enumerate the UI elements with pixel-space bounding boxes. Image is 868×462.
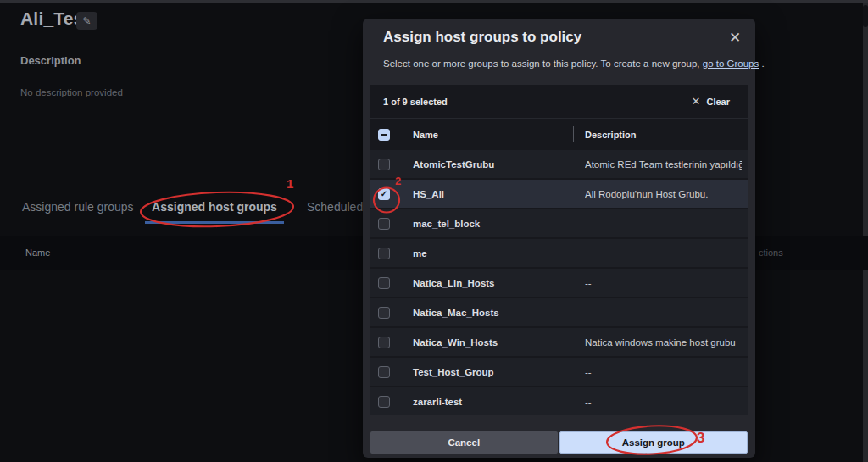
checkbox-unchecked-icon[interactable] — [378, 396, 390, 408]
dialog-subtitle: Select one or more groups to assign to t… — [383, 58, 765, 69]
group-description: Ali Rodoplu'nun Host Grubu. — [585, 189, 708, 199]
subtitle-text: Select one or more groups to assign to t… — [383, 58, 703, 69]
group-name: me — [413, 248, 427, 259]
tab-assigned-host-groups[interactable]: Assigned host groups — [145, 200, 284, 224]
background-name-column-header: Name — [25, 248, 50, 258]
group-row[interactable]: Test_Host_Group-- — [370, 358, 748, 386]
pencil-icon: ✎ — [82, 15, 91, 27]
group-description: -- — [585, 308, 592, 318]
assign-group-button[interactable]: Assign group — [559, 431, 748, 454]
group-name: mac_tel_block — [413, 219, 480, 229]
group-description: -- — [585, 219, 592, 229]
selection-bar: 1 of 9 selected ✕ Clear — [370, 85, 748, 119]
description-label: Description — [20, 54, 81, 67]
group-list: AtomicTestGrubuAtomic REd Team testlerin… — [370, 150, 748, 415]
policy-detail-page: Ali_Test ✎ Description No description pr… — [0, 0, 868, 462]
name-column-header: Name — [413, 130, 438, 140]
cancel-button[interactable]: Cancel — [370, 431, 558, 454]
checkbox-unchecked-icon[interactable] — [378, 218, 390, 230]
host-group-table: 1 of 9 selected ✕ Clear Name Description… — [370, 85, 748, 415]
tab-scheduled[interactable]: Scheduled — [307, 200, 363, 214]
group-name: Natica_Lin_Hosts — [413, 278, 495, 288]
close-icon[interactable]: ✕ — [726, 28, 744, 47]
checkbox-checked-icon[interactable]: ✓ — [378, 188, 390, 200]
assign-host-groups-dialog: Assign host groups to policy ✕ Select on… — [363, 19, 755, 458]
group-name: Natica_Mac_Hosts — [413, 308, 499, 318]
column-divider — [573, 126, 574, 142]
tab-assigned-rule-groups[interactable]: Assigned rule groups — [22, 200, 134, 214]
group-row[interactable]: Natica_Lin_Hosts-- — [370, 269, 748, 297]
checkbox-unchecked-icon[interactable] — [378, 337, 390, 348]
group-row[interactable]: me — [370, 239, 748, 267]
description-empty-text: No description provided — [20, 87, 123, 97]
scrollbar-thumb[interactable] — [863, 5, 868, 27]
group-row[interactable]: ✓HS_AliAli Rodoplu'nun Host Grubu. — [370, 180, 748, 208]
checkbox-unchecked-icon[interactable] — [378, 159, 390, 170]
select-all-checkbox-indeterminate[interactable] — [378, 129, 390, 141]
selection-count: 1 of 9 selected — [383, 97, 448, 107]
group-name: Test_Host_Group — [413, 367, 494, 377]
group-description: Natica windows makine host grubu — [585, 337, 736, 348]
checkbox-unchecked-icon[interactable] — [378, 307, 390, 319]
group-row[interactable]: Natica_Win_HostsNatica windows makine ho… — [370, 328, 748, 356]
checkbox-unchecked-icon[interactable] — [378, 277, 390, 289]
annotation-step-1: 1 — [287, 176, 293, 191]
group-name: zararli-test — [413, 397, 462, 407]
subtitle-suffix: . — [759, 58, 764, 69]
group-description: -- — [585, 367, 592, 377]
group-description: -- — [585, 278, 592, 288]
group-name: HS_Ali — [413, 189, 444, 199]
group-name: AtomicTestGrubu — [413, 159, 494, 170]
clear-label: Clear — [706, 97, 730, 107]
top-edge-strip — [0, 0, 868, 3]
group-row[interactable]: AtomicTestGrubuAtomic REd Team testlerin… — [370, 150, 748, 178]
group-row[interactable]: zararli-test-- — [370, 387, 748, 415]
description-column-header: Description — [585, 130, 637, 140]
clear-selection-button[interactable]: ✕ Clear — [692, 95, 730, 108]
group-row[interactable]: mac_tel_block-- — [370, 209, 748, 237]
actions-column-header-partial: ctions — [759, 248, 783, 258]
group-row[interactable]: Natica_Mac_Hosts-- — [370, 298, 748, 326]
indeterminate-mark — [381, 134, 387, 136]
group-description: Atomic REd Team testlerinin yapıldığı ..… — [585, 159, 742, 170]
dialog-title: Assign host groups to policy — [383, 29, 581, 46]
scrollbar-track[interactable] — [863, 3, 868, 462]
checkbox-unchecked-icon[interactable] — [378, 366, 390, 378]
clear-icon: ✕ — [692, 95, 701, 108]
group-description: -- — [585, 397, 592, 407]
table-header-row: Name Description — [370, 119, 748, 150]
checkbox-unchecked-icon[interactable] — [378, 248, 390, 259]
group-name: Natica_Win_Hosts — [413, 337, 498, 348]
dialog-footer: Cancel Assign group — [370, 431, 748, 454]
edit-title-button[interactable]: ✎ — [76, 12, 97, 30]
go-to-groups-link[interactable]: go to Groups — [703, 58, 759, 69]
